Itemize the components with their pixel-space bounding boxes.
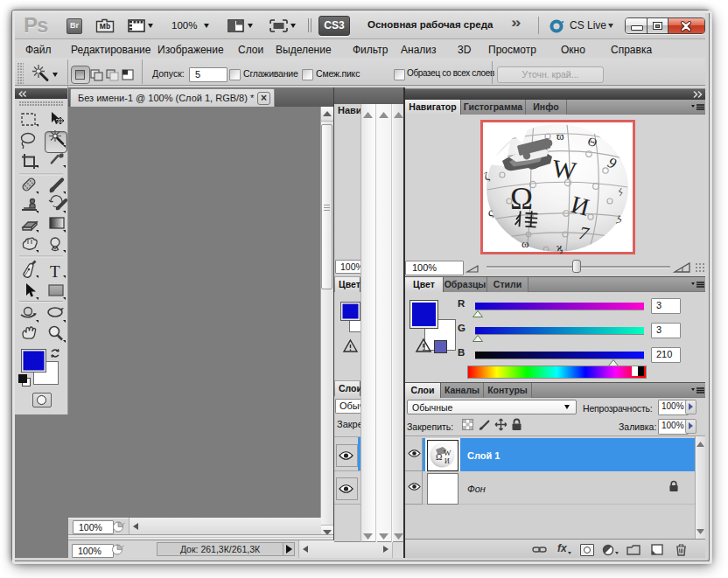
- svg-text:Mb: Mb: [100, 22, 110, 31]
- svg-text:Ω: Ω: [510, 182, 533, 216]
- svg-text:И: И: [444, 457, 450, 465]
- svg-text:ϗ: ϗ: [556, 241, 563, 254]
- svg-text:ϖ: ϖ: [556, 129, 564, 143]
- svg-text:ω: ω: [522, 237, 529, 250]
- svg-text:T: T: [50, 262, 60, 281]
- svg-text:W: W: [444, 449, 452, 457]
- svg-text:Ω: Ω: [436, 452, 442, 462]
- svg-text:W: W: [550, 154, 578, 185]
